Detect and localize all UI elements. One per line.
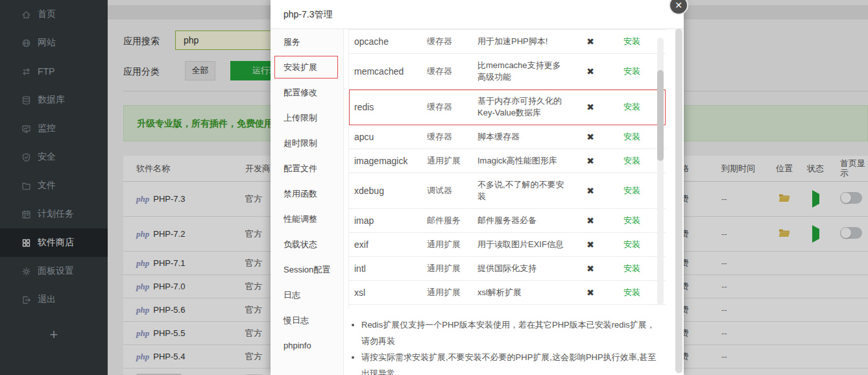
extension-desc: 用于读取图片EXIF信息 [477, 239, 573, 250]
not-installed-icon: ✖ [573, 36, 607, 47]
install-link[interactable]: 安装 [607, 66, 657, 77]
extension-category: 通用扩展 [427, 287, 477, 298]
extension-scrollbar-thumb[interactable] [657, 70, 664, 161]
extension-desc: 邮件服务器必备 [477, 215, 573, 226]
extension-category: 缓存器 [427, 36, 477, 47]
extension-row: intl 通用扩展 提供国际化支持 ✖ 安装 [349, 257, 666, 281]
extension-row: redis 缓存器 基于内存亦可持久化的Key-Value数据库 ✖ 安装 [349, 90, 666, 125]
extension-name: memcached [354, 66, 427, 77]
extension-desc: 不多说,不了解的不要安装 [477, 179, 573, 202]
install-link[interactable]: 安装 [607, 131, 657, 143]
php-manage-modal: php-7.3管理 服务 安装扩展 配置修改 上传限制 超时限制 配置文件 [271, 0, 684, 375]
note-redis: Redis扩展仅支持一个PHP版本安装使用，若在其它PHP版本已安装redis扩… [361, 317, 660, 349]
extension-desc: 基于内存亦可持久化的Key-Value数据库 [477, 95, 573, 119]
extension-category: 缓存器 [427, 101, 477, 113]
not-installed-icon: ✖ [573, 132, 607, 142]
extension-name: apcu [354, 132, 427, 142]
modal-menu-item-label: 配置文件 [283, 163, 317, 173]
modal-menu-item-label: phpinfo [283, 341, 311, 350]
partial-extension-row [349, 305, 666, 309]
install-link[interactable]: 安装 [607, 215, 657, 226]
modal-menu-item-label: Session配置 [283, 265, 330, 274]
extension-category: 通用扩展 [427, 263, 477, 274]
extension-list: opcache 缓存器 用于加速PHP脚本! ✖ 安装 memcached 缓存… [348, 29, 666, 309]
extension-desc: xsl解析扩展 [477, 287, 573, 298]
extension-row: memcached 缓存器 比memcache支持更多高级功能 ✖ 安装 [349, 54, 666, 90]
install-link[interactable]: 安装 [607, 185, 657, 197]
extension-row: xdebug 调试器 不多说,不了解的不要安装 ✖ 安装 [349, 173, 666, 209]
install-link[interactable]: 安装 [607, 287, 657, 298]
extension-category: 通用扩展 [427, 155, 477, 167]
extension-row: xsl 通用扩展 xsl解析扩展 ✖ 安装 [349, 281, 666, 305]
not-installed-icon: ✖ [573, 287, 607, 298]
modal-menu-item[interactable]: Session配置 [271, 257, 343, 282]
modal-menu-item-label: 日志 [283, 290, 300, 300]
modal-menu-item-label: 超时限制 [283, 138, 317, 148]
modal-menu-item-label: 上传限制 [283, 113, 317, 123]
extension-desc: Imagick高性能图形库 [477, 155, 573, 167]
extension-category: 缓存器 [427, 66, 477, 77]
extension-name: redis [354, 102, 427, 112]
not-installed-icon: ✖ [573, 239, 607, 250]
extension-row: imap 邮件服务 邮件服务器必备 ✖ 安装 [349, 209, 666, 233]
not-installed-icon: ✖ [573, 156, 607, 166]
extension-desc: 比memcache支持更多高级功能 [477, 60, 573, 83]
install-link[interactable]: 安装 [607, 36, 657, 47]
extension-desc: 用于加速PHP脚本! [477, 36, 573, 47]
modal-menu-item[interactable]: 禁用函数 [271, 181, 343, 206]
modal-menu-item[interactable]: 服务 [271, 29, 343, 54]
extension-row: imagemagick 通用扩展 Imagick高性能图形库 ✖ 安装 [349, 149, 666, 173]
extension-category: 调试器 [427, 185, 477, 197]
install-link[interactable]: 安装 [607, 155, 657, 167]
modal-menu-item-label: 慢日志 [283, 315, 309, 325]
modal-menu-item[interactable]: 配置修改 [271, 80, 343, 105]
modal-menu-item[interactable]: phpinfo [271, 333, 343, 358]
modal-title: php-7.3管理 [271, 0, 684, 29]
extension-category: 邮件服务 [427, 215, 477, 226]
modal-menu-item[interactable]: 日志 [271, 282, 343, 308]
extension-rows: opcache 缓存器 用于加速PHP脚本! ✖ 安装 memcached 缓存… [349, 30, 666, 305]
extension-name: xsl [354, 287, 427, 298]
extension-desc: 提供国际化支持 [477, 263, 573, 274]
install-link[interactable]: 安装 [607, 239, 657, 250]
modal-menu-item-label: 配置修改 [283, 88, 317, 97]
extension-name: xdebug [354, 186, 427, 196]
modal-menu-item[interactable]: 上传限制 [271, 105, 343, 130]
not-installed-icon: ✖ [573, 263, 607, 274]
note-advice: 请按实际需求安装扩展,不要安装不必要的PHP扩展,这会影响PHP执行效率,甚至出… [361, 349, 660, 375]
extension-name: imagemagick [354, 156, 427, 166]
modal-menu-item-label: 负载状态 [283, 239, 317, 249]
modal-menu-item[interactable]: 性能调整 [271, 206, 343, 232]
modal-menu: 服务 安装扩展 配置修改 上传限制 超时限制 配置文件 禁用函数 [271, 29, 344, 375]
install-link[interactable]: 安装 [607, 263, 657, 274]
extension-notes: Redis扩展仅支持一个PHP版本安装使用，若在其它PHP版本已安装redis扩… [350, 317, 660, 375]
not-installed-icon: ✖ [573, 186, 607, 196]
not-installed-icon: ✖ [573, 102, 607, 112]
modal-menu-item[interactable]: 配置文件 [271, 156, 343, 181]
install-link[interactable]: 安装 [607, 101, 657, 113]
extension-name: intl [354, 263, 427, 274]
extension-row: apcu 缓存器 脚本缓存器 ✖ 安装 [349, 125, 666, 149]
extension-category: 通用扩展 [427, 239, 477, 250]
not-installed-icon: ✖ [573, 66, 607, 77]
extension-name: exif [354, 239, 427, 250]
modal-menu-item[interactable]: 慢日志 [271, 308, 343, 333]
modal-menu-item[interactable]: 安装扩展 [271, 54, 343, 80]
extension-row: exif 通用扩展 用于读取图片EXIF信息 ✖ 安装 [349, 233, 666, 257]
extension-desc: 脚本缓存器 [477, 131, 573, 143]
modal-scrollbar-thumb[interactable] [675, 29, 682, 373]
modal-menu-item[interactable]: 超时限制 [271, 130, 343, 156]
modal-menu-item-label: 安装扩展 [283, 62, 317, 72]
modal-menu-item-label: 服务 [283, 37, 300, 47]
modal-menu-item-label: 性能调整 [283, 214, 317, 224]
modal-menu-item-label: 禁用函数 [283, 189, 317, 199]
not-installed-icon: ✖ [573, 215, 607, 226]
extension-name: opcache [354, 36, 427, 47]
modal-menu-item[interactable]: 负载状态 [271, 232, 343, 257]
extension-row: opcache 缓存器 用于加速PHP脚本! ✖ 安装 [349, 30, 666, 54]
extension-name: imap [354, 215, 427, 226]
extension-category: 缓存器 [427, 131, 477, 143]
